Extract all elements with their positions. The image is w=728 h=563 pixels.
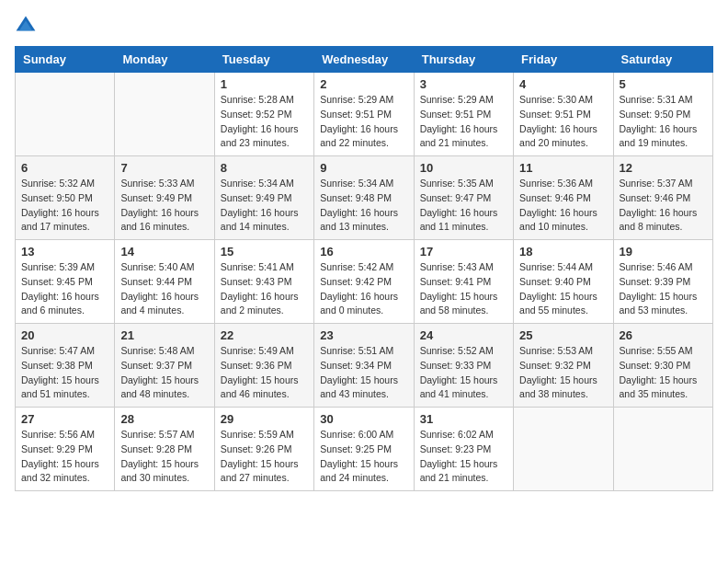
day-info: Sunrise: 5:52 AM Sunset: 9:33 PM Dayligh… — [420, 344, 507, 402]
day-number: 29 — [221, 412, 308, 426]
day-number: 15 — [221, 245, 308, 259]
day-info: Sunrise: 5:29 AM Sunset: 9:51 PM Dayligh… — [420, 93, 507, 151]
day-number: 13 — [21, 245, 108, 259]
day-info: Sunrise: 6:00 AM Sunset: 9:25 PM Dayligh… — [320, 428, 407, 486]
day-number: 31 — [420, 412, 507, 426]
day-number: 4 — [519, 77, 607, 91]
calendar-cell: 28Sunrise: 5:57 AM Sunset: 9:28 PM Dayli… — [115, 408, 214, 491]
day-number: 5 — [620, 77, 707, 91]
day-number: 30 — [320, 412, 407, 426]
day-info: Sunrise: 5:51 AM Sunset: 9:34 PM Dayligh… — [320, 344, 407, 402]
day-number: 17 — [420, 245, 507, 259]
weekday-header: Friday — [514, 47, 613, 73]
day-number: 19 — [620, 245, 707, 259]
day-number: 6 — [21, 161, 108, 175]
calendar-header-row: SundayMondayTuesdayWednesdayThursdayFrid… — [16, 47, 713, 73]
day-info: Sunrise: 5:41 AM Sunset: 9:43 PM Dayligh… — [221, 260, 308, 318]
day-info: Sunrise: 5:43 AM Sunset: 9:41 PM Dayligh… — [420, 260, 507, 318]
day-number: 20 — [21, 328, 108, 342]
day-info: Sunrise: 5:44 AM Sunset: 9:40 PM Dayligh… — [519, 260, 607, 318]
day-info: Sunrise: 5:56 AM Sunset: 9:29 PM Dayligh… — [21, 428, 108, 486]
calendar-cell: 10Sunrise: 5:35 AM Sunset: 9:47 PM Dayli… — [414, 156, 513, 240]
day-info: Sunrise: 5:57 AM Sunset: 9:28 PM Dayligh… — [120, 428, 208, 486]
calendar-cell: 30Sunrise: 6:00 AM Sunset: 9:25 PM Dayli… — [314, 408, 414, 491]
calendar-week-row: 6Sunrise: 5:32 AM Sunset: 9:50 PM Daylig… — [16, 156, 713, 240]
day-number: 8 — [221, 161, 308, 175]
day-number: 23 — [320, 328, 407, 342]
logo — [15, 15, 40, 37]
calendar-cell — [613, 408, 712, 491]
day-info: Sunrise: 5:30 AM Sunset: 9:51 PM Dayligh… — [519, 93, 607, 151]
calendar-cell: 11Sunrise: 5:36 AM Sunset: 9:46 PM Dayli… — [514, 156, 613, 240]
day-number: 12 — [620, 161, 707, 175]
calendar-cell: 21Sunrise: 5:48 AM Sunset: 9:37 PM Dayli… — [115, 324, 214, 408]
calendar-cell: 29Sunrise: 5:59 AM Sunset: 9:26 PM Dayli… — [214, 408, 313, 491]
weekday-header: Monday — [115, 47, 214, 73]
day-info: Sunrise: 5:55 AM Sunset: 9:30 PM Dayligh… — [620, 344, 707, 402]
day-number: 1 — [221, 77, 308, 91]
calendar-cell: 25Sunrise: 5:53 AM Sunset: 9:32 PM Dayli… — [514, 324, 613, 408]
weekday-header: Saturday — [613, 47, 712, 73]
calendar-cell: 6Sunrise: 5:32 AM Sunset: 9:50 PM Daylig… — [16, 156, 115, 240]
calendar-cell: 16Sunrise: 5:42 AM Sunset: 9:42 PM Dayli… — [314, 240, 414, 324]
day-info: Sunrise: 5:53 AM Sunset: 9:32 PM Dayligh… — [519, 344, 607, 402]
calendar-cell: 7Sunrise: 5:33 AM Sunset: 9:49 PM Daylig… — [115, 156, 214, 240]
day-number: 16 — [320, 245, 407, 259]
calendar-week-row: 20Sunrise: 5:47 AM Sunset: 9:38 PM Dayli… — [16, 324, 713, 408]
weekday-header: Tuesday — [214, 47, 313, 73]
day-number: 28 — [120, 412, 208, 426]
day-number: 24 — [420, 328, 507, 342]
day-number: 21 — [120, 328, 208, 342]
day-number: 14 — [120, 245, 208, 259]
calendar-cell: 23Sunrise: 5:51 AM Sunset: 9:34 PM Dayli… — [314, 324, 414, 408]
calendar-cell — [16, 73, 115, 156]
day-info: Sunrise: 5:36 AM Sunset: 9:46 PM Dayligh… — [519, 177, 607, 235]
calendar-cell: 9Sunrise: 5:34 AM Sunset: 9:48 PM Daylig… — [314, 156, 414, 240]
calendar-cell: 27Sunrise: 5:56 AM Sunset: 9:29 PM Dayli… — [16, 408, 115, 491]
day-info: Sunrise: 5:33 AM Sunset: 9:49 PM Dayligh… — [120, 177, 208, 235]
calendar-table: SundayMondayTuesdayWednesdayThursdayFrid… — [15, 46, 713, 491]
calendar-cell: 8Sunrise: 5:34 AM Sunset: 9:49 PM Daylig… — [214, 156, 313, 240]
page-header — [15, 15, 713, 37]
day-info: Sunrise: 5:48 AM Sunset: 9:37 PM Dayligh… — [120, 344, 208, 402]
calendar-cell — [514, 408, 613, 491]
day-info: Sunrise: 5:35 AM Sunset: 9:47 PM Dayligh… — [420, 177, 507, 235]
weekday-header: Wednesday — [314, 47, 414, 73]
calendar-cell: 3Sunrise: 5:29 AM Sunset: 9:51 PM Daylig… — [414, 73, 513, 156]
calendar-week-row: 27Sunrise: 5:56 AM Sunset: 9:29 PM Dayli… — [16, 408, 713, 491]
calendar-cell: 15Sunrise: 5:41 AM Sunset: 9:43 PM Dayli… — [214, 240, 313, 324]
day-info: Sunrise: 5:37 AM Sunset: 9:46 PM Dayligh… — [620, 177, 707, 235]
day-number: 11 — [519, 161, 607, 175]
calendar-cell: 14Sunrise: 5:40 AM Sunset: 9:44 PM Dayli… — [115, 240, 214, 324]
calendar-cell: 4Sunrise: 5:30 AM Sunset: 9:51 PM Daylig… — [514, 73, 613, 156]
calendar-cell: 24Sunrise: 5:52 AM Sunset: 9:33 PM Dayli… — [414, 324, 513, 408]
calendar-cell: 31Sunrise: 6:02 AM Sunset: 9:23 PM Dayli… — [414, 408, 513, 491]
calendar-cell — [115, 73, 214, 156]
calendar-cell: 13Sunrise: 5:39 AM Sunset: 9:45 PM Dayli… — [16, 240, 115, 324]
calendar-week-row: 1Sunrise: 5:28 AM Sunset: 9:52 PM Daylig… — [16, 73, 713, 156]
day-info: Sunrise: 5:31 AM Sunset: 9:50 PM Dayligh… — [620, 93, 707, 151]
weekday-header: Thursday — [414, 47, 513, 73]
day-number: 27 — [21, 412, 108, 426]
day-number: 18 — [519, 245, 607, 259]
day-info: Sunrise: 5:49 AM Sunset: 9:36 PM Dayligh… — [221, 344, 308, 402]
day-info: Sunrise: 5:40 AM Sunset: 9:44 PM Dayligh… — [120, 260, 208, 318]
calendar-cell: 5Sunrise: 5:31 AM Sunset: 9:50 PM Daylig… — [613, 73, 712, 156]
day-info: Sunrise: 5:28 AM Sunset: 9:52 PM Dayligh… — [221, 93, 308, 151]
calendar-cell: 20Sunrise: 5:47 AM Sunset: 9:38 PM Dayli… — [16, 324, 115, 408]
day-number: 2 — [320, 77, 407, 91]
calendar-cell: 19Sunrise: 5:46 AM Sunset: 9:39 PM Dayli… — [613, 240, 712, 324]
day-number: 26 — [620, 328, 707, 342]
day-info: Sunrise: 5:29 AM Sunset: 9:51 PM Dayligh… — [320, 93, 407, 151]
day-number: 25 — [519, 328, 607, 342]
calendar-cell: 18Sunrise: 5:44 AM Sunset: 9:40 PM Dayli… — [514, 240, 613, 324]
weekday-header: Sunday — [16, 47, 115, 73]
day-info: Sunrise: 5:34 AM Sunset: 9:49 PM Dayligh… — [221, 177, 308, 235]
day-number: 10 — [420, 161, 507, 175]
day-info: Sunrise: 5:47 AM Sunset: 9:38 PM Dayligh… — [21, 344, 108, 402]
calendar-cell: 12Sunrise: 5:37 AM Sunset: 9:46 PM Dayli… — [613, 156, 712, 240]
calendar-cell: 2Sunrise: 5:29 AM Sunset: 9:51 PM Daylig… — [314, 73, 414, 156]
day-info: Sunrise: 5:59 AM Sunset: 9:26 PM Dayligh… — [221, 428, 308, 486]
calendar-cell: 1Sunrise: 5:28 AM Sunset: 9:52 PM Daylig… — [214, 73, 313, 156]
calendar-cell: 22Sunrise: 5:49 AM Sunset: 9:36 PM Dayli… — [214, 324, 313, 408]
